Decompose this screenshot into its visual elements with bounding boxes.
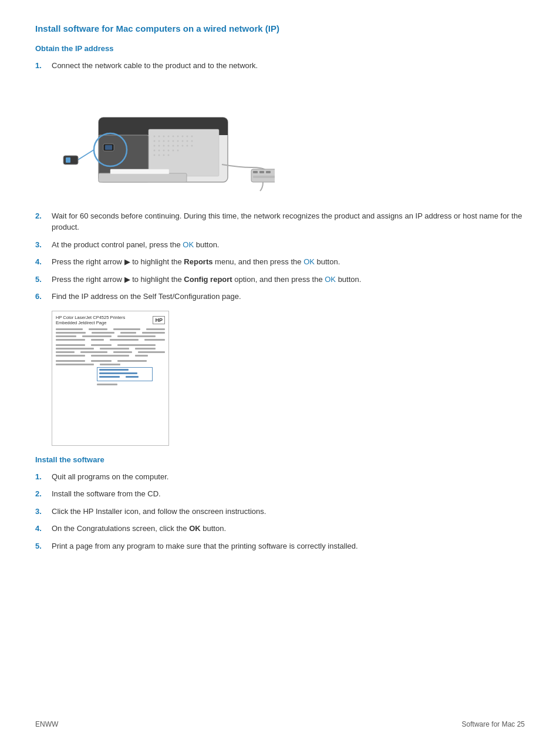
install-step-text-2: Install the software from the CD. xyxy=(52,488,525,500)
svg-point-14 xyxy=(158,140,160,142)
section2-title: Install the software xyxy=(35,455,525,464)
install-step-num-4: 4. xyxy=(35,523,52,535)
step-text-5: Press the right arrow ▶ to highlight the… xyxy=(52,274,525,285)
svg-point-18 xyxy=(177,140,179,142)
svg-point-40 xyxy=(168,154,170,156)
svg-point-26 xyxy=(173,145,174,146)
install-step-2: 2. Install the software from the CD. xyxy=(35,488,525,500)
svg-point-36 xyxy=(177,149,179,151)
svg-point-12 xyxy=(191,135,193,137)
install-step-5: 5. Print a page from any program to make… xyxy=(35,540,525,552)
svg-point-10 xyxy=(182,135,184,137)
footer: ENWW Software for Mac 25 xyxy=(0,720,560,728)
ok-link-4: OK xyxy=(303,257,315,266)
install-step-text-3: Click the HP Installer icon, and follow … xyxy=(52,506,525,518)
section2-steps: 1. Quit all programs on the computer. 2.… xyxy=(35,471,525,552)
step-text-2: Wait for 60 seconds before continuing. D… xyxy=(52,210,525,233)
svg-rect-53 xyxy=(99,173,187,182)
svg-point-8 xyxy=(173,135,174,137)
svg-point-34 xyxy=(168,149,170,151)
step-text-4: Press the right arrow ▶ to highlight the… xyxy=(52,256,525,268)
step-num-6: 6. xyxy=(35,291,52,303)
svg-rect-50 xyxy=(259,171,264,173)
section1-steps-2: 2. Wait for 60 seconds before continuing… xyxy=(35,210,525,303)
install-step-text-4: On the Congratulations screen, click the… xyxy=(52,523,525,535)
svg-point-35 xyxy=(173,149,174,151)
config-preview-header: HP Color LaserJet CP4525 Printers Embedd… xyxy=(56,315,165,327)
footer-right: Software for Mac 25 xyxy=(462,720,525,728)
hp-logo: HP xyxy=(153,316,165,324)
install-step-3: 3. Click the HP Installer icon, and foll… xyxy=(35,506,525,518)
ok-link-3: OK xyxy=(183,240,194,249)
svg-point-19 xyxy=(182,140,184,142)
svg-point-38 xyxy=(158,154,160,156)
svg-point-33 xyxy=(163,149,165,151)
svg-point-37 xyxy=(154,154,156,156)
config-title-line2: Embedded Jetdirect Page xyxy=(56,320,125,326)
step-num-5: 5. xyxy=(35,274,52,285)
install-step-num-5: 5. xyxy=(35,540,52,552)
step-text-6: Find the IP address on the Self Test/Con… xyxy=(52,291,525,303)
step-5: 5. Press the right arrow ▶ to highlight … xyxy=(35,274,525,285)
svg-point-23 xyxy=(158,145,160,146)
svg-point-22 xyxy=(154,145,156,146)
svg-point-15 xyxy=(163,140,165,142)
svg-point-16 xyxy=(168,140,170,142)
install-step-4: 4. On the Congratulations screen, click … xyxy=(35,523,525,535)
svg-rect-43 xyxy=(105,145,112,150)
step-num-4: 4. xyxy=(35,256,52,268)
step-text-3: At the product control panel, press the … xyxy=(52,239,525,251)
install-step-num-1: 1. xyxy=(35,471,52,483)
svg-rect-49 xyxy=(253,171,258,173)
svg-point-13 xyxy=(154,140,156,142)
section1-steps: 1. Connect the network cable to the prod… xyxy=(35,60,525,72)
step-6: 6. Find the IP address on the Self Test/… xyxy=(35,291,525,303)
svg-rect-46 xyxy=(63,156,78,164)
step-3: 3. At the product control panel, press t… xyxy=(35,239,525,251)
svg-point-4 xyxy=(154,135,156,137)
svg-point-28 xyxy=(182,145,184,146)
svg-point-20 xyxy=(187,140,188,142)
install-step-1: 1. Quit all programs on the computer. xyxy=(35,471,525,483)
step-num-1: 1. xyxy=(35,60,52,72)
highlight-box xyxy=(97,367,153,381)
svg-point-24 xyxy=(163,145,165,146)
install-step-num-2: 2. xyxy=(35,488,52,500)
svg-rect-47 xyxy=(66,157,70,163)
svg-rect-51 xyxy=(266,171,271,173)
svg-rect-54 xyxy=(110,169,169,174)
install-step-text-1: Quit all programs on the computer. xyxy=(52,471,525,483)
printer-illustration xyxy=(52,82,275,197)
svg-point-21 xyxy=(191,140,193,142)
step-2: 2. Wait for 60 seconds before continuing… xyxy=(35,210,525,233)
svg-point-7 xyxy=(168,135,170,137)
svg-point-6 xyxy=(163,135,165,137)
svg-point-25 xyxy=(168,145,170,146)
svg-point-17 xyxy=(173,140,174,142)
config-header-text: HP Color LaserJet CP4525 Printers Embedd… xyxy=(56,315,125,327)
step-1: 1. Connect the network cable to the prod… xyxy=(35,60,525,72)
svg-rect-52 xyxy=(253,176,275,178)
config-lines xyxy=(56,328,165,385)
svg-point-31 xyxy=(154,149,156,151)
svg-point-27 xyxy=(177,145,179,146)
svg-point-29 xyxy=(187,145,188,146)
printer-diagram xyxy=(52,82,275,200)
svg-point-32 xyxy=(158,149,160,151)
section1-title: Obtain the IP address xyxy=(35,44,525,53)
install-step-text-5: Print a page from any program to make su… xyxy=(52,540,525,552)
config-title-line1: HP Color LaserJet CP4525 Printers xyxy=(56,315,125,321)
svg-point-30 xyxy=(191,145,193,146)
svg-point-39 xyxy=(163,154,165,156)
step-4: 4. Press the right arrow ▶ to highlight … xyxy=(35,256,525,268)
config-page-preview: HP Color LaserJet CP4525 Printers Embedd… xyxy=(52,311,169,446)
svg-point-9 xyxy=(177,135,179,137)
step-text-1: Connect the network cable to the product… xyxy=(52,60,525,72)
step-num-3: 3. xyxy=(35,239,52,251)
page-title: Install software for Mac computers on a … xyxy=(35,23,525,33)
footer-left: ENWW xyxy=(35,720,58,728)
step-num-2: 2. xyxy=(35,210,52,222)
ok-link-5: OK xyxy=(325,275,336,284)
install-step-num-3: 3. xyxy=(35,506,52,518)
svg-point-11 xyxy=(187,135,188,137)
